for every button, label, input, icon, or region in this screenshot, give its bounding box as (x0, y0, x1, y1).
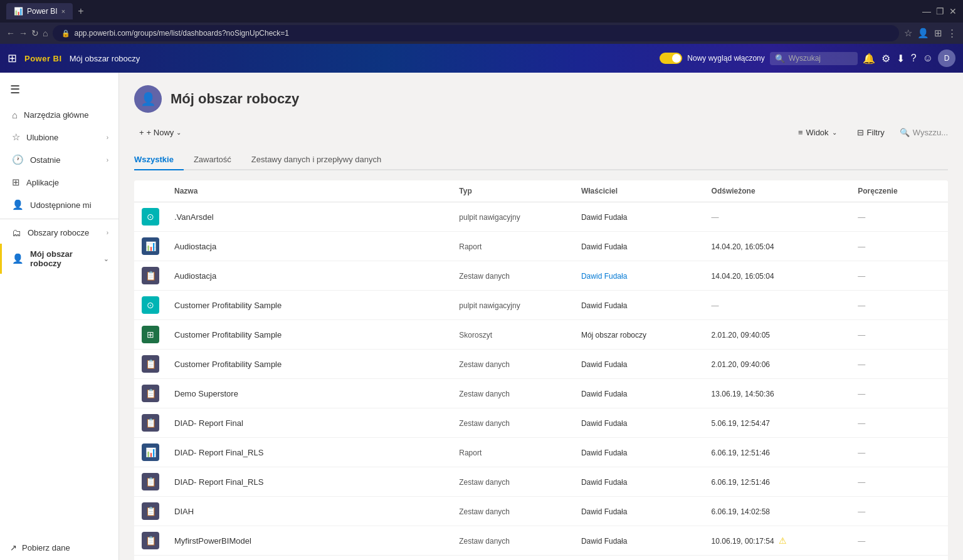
sidebar-item-tools[interactable]: ⌂ Narzędzia główne (0, 104, 118, 126)
table-row[interactable]: 📋 DIAH Zestaw danych Dawid Fudała 6.06.1… (134, 497, 948, 526)
table-row[interactable]: ⊙ nowy pulpit nawigacyjny Dawid Fudała —… (134, 556, 948, 561)
help-icon[interactable]: ? (911, 53, 917, 64)
item-name: Customer Profitability Sample (174, 360, 282, 369)
item-owner[interactable]: Dawid Fudała (581, 272, 627, 281)
row-icon-cell: ⊞ (134, 320, 167, 350)
table-row[interactable]: ⊞ Customer Profitability Sample Skoroszy… (134, 320, 948, 350)
inline-search[interactable]: 🔍 Wyszzu... (900, 128, 948, 137)
table-row[interactable]: 📊 DIAD- Report Final_RLS Raport Dawid Fu… (134, 438, 948, 467)
emoji-icon[interactable]: ☺ (923, 53, 933, 64)
pbi-user-avatar[interactable]: D (938, 49, 955, 67)
row-name-cell[interactable]: DIAD- Report Final_RLS (167, 438, 451, 467)
row-refreshed-cell: 2.01.20, 09:40:06 (704, 350, 851, 379)
sidebar-hamburger-btn[interactable]: ☰ (0, 78, 118, 101)
back-btn[interactable]: ← (6, 28, 15, 38)
row-name-cell[interactable]: Audiostacja (167, 232, 451, 261)
table-row[interactable]: ⊙ Customer Profitability Sample pulpit n… (134, 291, 948, 320)
row-endorsement-cell: — (850, 320, 948, 350)
row-name-cell[interactable]: Customer Profitability Sample (167, 350, 451, 379)
row-name-cell[interactable]: Demo Superstore (167, 379, 451, 408)
table-row[interactable]: 📋 DIAD- Report Final Zestaw danych Dawid… (134, 408, 948, 438)
filter-button[interactable]: ⊟ Filtry (852, 125, 890, 140)
table-row[interactable]: 📋 Audiostacja Zestaw danych Dawid Fudała… (134, 261, 948, 291)
url-bar[interactable]: 🔒 app.powerbi.com/groups/me/list/dashboa… (53, 25, 899, 41)
sidebar-item-favorites[interactable]: ☆ Ulubione › (0, 126, 118, 148)
item-name: DIAD- Report Final_RLS (174, 448, 263, 457)
browser-tab-active[interactable]: 📊 Power BI × (6, 3, 73, 19)
pbi-search-input[interactable] (789, 54, 851, 63)
row-endorsement-cell: — (850, 232, 948, 261)
tabs: Wszystkie Zawartość Zestawy danych i prz… (134, 150, 948, 170)
chevron-right-icon: › (107, 229, 108, 236)
view-button[interactable]: ≡ Widok ⌄ (793, 125, 842, 140)
profile-icon[interactable]: 👤 (917, 28, 929, 39)
row-refreshed-cell: 14.04.20, 16:05:04 (704, 261, 851, 291)
settings-icon[interactable]: ⋮ (947, 28, 957, 39)
table-row[interactable]: 📊 Audiostacja Raport Dawid Fudała 14.04.… (134, 232, 948, 261)
col-endorsement-header[interactable]: Poręczenie (850, 180, 948, 202)
item-owner: Dawid Fudała (581, 360, 627, 369)
item-owner: Dawid Fudała (581, 419, 627, 428)
row-refreshed-cell: 6.06.19, 12:51:46 (704, 438, 851, 467)
table-row[interactable]: 📋 DIAD- Report Final_RLS Zestaw danych D… (134, 467, 948, 497)
table-row[interactable]: 📋 MyfirstPowerBIModel Zestaw danych Dawi… (134, 526, 948, 556)
tab-all[interactable]: Wszystkie (134, 150, 184, 170)
sidebar-item-shared[interactable]: 👤 Udostępnione mi (0, 194, 118, 216)
notification-icon[interactable]: 🔔 (863, 53, 875, 65)
maximize-btn[interactable]: ❐ (936, 6, 944, 16)
settings-gear-icon[interactable]: ⚙ (881, 53, 890, 65)
row-owner-cell: Dawid Fudała (574, 408, 704, 438)
table-row[interactable]: 📋 Customer Profitability Sample Zestaw d… (134, 350, 948, 379)
row-name-cell[interactable]: DIAD- Report Final_RLS (167, 467, 451, 497)
new-look-toggle[interactable] (660, 53, 682, 64)
col-owner-header[interactable]: Właściciel (574, 180, 704, 202)
col-refreshed-header[interactable]: Odświeżone (704, 180, 851, 202)
tab-close-btn[interactable]: × (61, 8, 65, 15)
sidebar-item-myworkspace[interactable]: 👤 Mój obszar roboczy ⌄ (0, 244, 118, 274)
row-owner-cell: Dawid Fudała (574, 350, 704, 379)
new-tab-btn[interactable]: + (78, 6, 83, 17)
star-icon: ☆ (12, 132, 20, 143)
forward-btn[interactable]: → (19, 28, 28, 38)
col-name-header[interactable]: Nazwa (167, 180, 451, 202)
row-type-cell: Zestaw danych (451, 408, 574, 438)
table-row[interactable]: ⊙ .VanArsdel pulpit nawigacyjny Dawid Fu… (134, 202, 948, 232)
row-name-cell[interactable]: .VanArsdel (167, 202, 451, 232)
row-name-cell[interactable]: Audiostacja (167, 261, 451, 291)
reload-btn[interactable]: ↻ (31, 28, 39, 38)
row-owner-cell: Dawid Fudała (574, 497, 704, 526)
tab-datasets[interactable]: Zestawy danych i przepływy danych (251, 150, 391, 170)
view-chevron-icon: ⌄ (832, 129, 837, 136)
minimize-btn[interactable]: — (922, 6, 931, 16)
item-type-icon: 📋 (142, 473, 159, 490)
row-name-cell[interactable]: Customer Profitability Sample (167, 291, 451, 320)
col-type-header[interactable]: Typ (451, 180, 574, 202)
extensions-icon[interactable]: ⊞ (934, 28, 942, 39)
row-name-cell[interactable]: MyfirstPowerBIModel (167, 526, 451, 556)
item-refreshed: 6.06.19, 12:51:46 (712, 478, 770, 487)
workspace-icon: 🗂 (12, 227, 21, 238)
item-refreshed: 2.01.20, 09:40:06 (712, 360, 770, 369)
row-name-cell[interactable]: DIAD- Report Final (167, 408, 451, 438)
new-button[interactable]: + + Nowy ⌄ (134, 125, 186, 140)
row-type-cell: pulpit nawigacyjny (451, 291, 574, 320)
sidebar-item-apps[interactable]: ⊞ Aplikacje (0, 171, 118, 194)
get-data-btn[interactable]: ↗ Pobierz dane (0, 536, 118, 560)
item-type-icon: 📊 (142, 443, 159, 461)
close-btn[interactable]: ✕ (949, 6, 957, 16)
row-name-cell[interactable]: DIAH (167, 497, 451, 526)
tab-content[interactable]: Zawartość (194, 150, 241, 170)
home-btn[interactable]: ⌂ (43, 28, 48, 38)
row-name-cell[interactable]: Customer Profitability Sample (167, 320, 451, 350)
sidebar-item-recent[interactable]: 🕐 Ostatnie › (0, 148, 118, 171)
row-icon-cell: 📊 (134, 438, 167, 467)
table-row[interactable]: 📋 Demo Superstore Zestaw danych Dawid Fu… (134, 379, 948, 408)
plus-icon: + (139, 128, 144, 137)
sidebar-item-workspaces[interactable]: 🗂 Obszary robocze › (0, 222, 118, 244)
bookmark-icon[interactable]: ☆ (904, 28, 912, 39)
row-name-cell[interactable]: nowy (167, 556, 451, 561)
row-icon-cell: ⊙ (134, 202, 167, 232)
pbi-menu-icon[interactable]: ⊞ (8, 51, 17, 65)
download-icon[interactable]: ⬇ (897, 53, 905, 65)
pbi-search-box[interactable]: 🔍 (770, 52, 858, 65)
